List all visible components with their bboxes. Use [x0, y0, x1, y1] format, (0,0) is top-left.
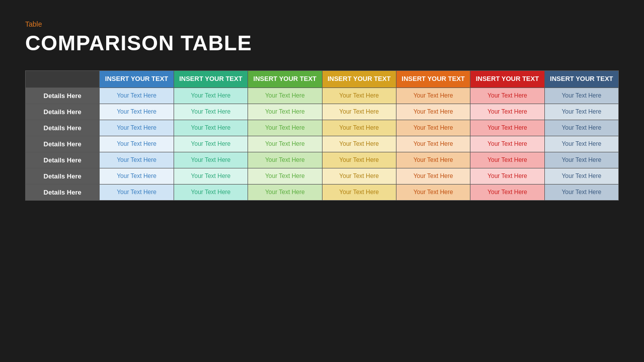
comparison-table: INSERT YOUR TEXTINSERT YOUR TEXTINSERT Y… — [25, 70, 619, 201]
row-4-col6[interactable]: Your Text Here — [470, 152, 544, 168]
row-6-col5[interactable]: Your Text Here — [396, 184, 470, 200]
table-row: Details HereYour Text HereYour Text Here… — [26, 87, 619, 104]
row-0-col4[interactable]: Your Text Here — [322, 87, 396, 104]
row-6-col1[interactable]: Your Text Here — [100, 184, 174, 200]
table-row: Details HereYour Text HereYour Text Here… — [26, 120, 619, 136]
row-4-col3[interactable]: Your Text Here — [248, 152, 322, 168]
row-6-col2[interactable]: Your Text Here — [174, 184, 248, 200]
row-0-col2[interactable]: Your Text Here — [174, 87, 248, 104]
row-1-col4[interactable]: Your Text Here — [322, 104, 396, 120]
row-1-col3[interactable]: Your Text Here — [248, 104, 322, 120]
table-row: Details HereYour Text HereYour Text Here… — [26, 184, 619, 200]
label-tag: Table — [25, 20, 619, 28]
row-2-col5[interactable]: Your Text Here — [396, 120, 470, 136]
header-col2: INSERT YOUR TEXT — [174, 71, 248, 88]
header-col1: INSERT YOUR TEXT — [100, 71, 174, 88]
row-3-col2[interactable]: Your Text Here — [174, 136, 248, 152]
header-col2-text: INSERT YOUR TEXT — [179, 75, 242, 82]
row-4-col7[interactable]: Your Text Here — [544, 152, 618, 168]
row-0-label: Details Here — [26, 87, 100, 104]
row-3-col7[interactable]: Your Text Here — [544, 136, 618, 152]
row-2-col3[interactable]: Your Text Here — [248, 120, 322, 136]
row-2-col4[interactable]: Your Text Here — [322, 120, 396, 136]
row-6-col3[interactable]: Your Text Here — [248, 184, 322, 200]
header-col5: INSERT YOUR TEXT — [396, 71, 470, 88]
row-4-label: Details Here — [26, 152, 100, 168]
row-6-col7[interactable]: Your Text Here — [544, 184, 618, 200]
table-row: Details HereYour Text HereYour Text Here… — [26, 152, 619, 168]
row-2-label: Details Here — [26, 120, 100, 136]
row-1-label: Details Here — [26, 104, 100, 120]
row-0-col5[interactable]: Your Text Here — [396, 87, 470, 104]
row-5-col2[interactable]: Your Text Here — [174, 168, 248, 184]
row-1-col6[interactable]: Your Text Here — [470, 104, 544, 120]
header-col7-text: INSERT YOUR TEXT — [550, 75, 613, 82]
row-0-col3[interactable]: Your Text Here — [248, 87, 322, 104]
header-empty-cell — [26, 71, 100, 88]
row-3-col3[interactable]: Your Text Here — [248, 136, 322, 152]
row-4-col4[interactable]: Your Text Here — [322, 152, 396, 168]
row-5-col5[interactable]: Your Text Here — [396, 168, 470, 184]
row-3-label: Details Here — [26, 136, 100, 152]
row-5-col6[interactable]: Your Text Here — [470, 168, 544, 184]
row-5-col1[interactable]: Your Text Here — [100, 168, 174, 184]
header-col7: INSERT YOUR TEXT — [544, 71, 618, 88]
row-0-col6[interactable]: Your Text Here — [470, 87, 544, 104]
row-5-col3[interactable]: Your Text Here — [248, 168, 322, 184]
row-6-col4[interactable]: Your Text Here — [322, 184, 396, 200]
row-3-col6[interactable]: Your Text Here — [470, 136, 544, 152]
row-4-col5[interactable]: Your Text Here — [396, 152, 470, 168]
header-col3-text: INSERT YOUR TEXT — [254, 75, 316, 82]
header-col4-text: INSERT YOUR TEXT — [328, 75, 390, 82]
row-3-col4[interactable]: Your Text Here — [322, 136, 396, 152]
row-2-col1[interactable]: Your Text Here — [100, 120, 174, 136]
table-container: INSERT YOUR TEXTINSERT YOUR TEXTINSERT Y… — [25, 70, 619, 201]
row-5-label: Details Here — [26, 168, 100, 184]
slide: Table COMPARISON TABLE INSERT YOUR TEXTI… — [0, 0, 644, 362]
header-col6: INSERT YOUR TEXT — [470, 71, 544, 88]
table-row: Details HereYour Text HereYour Text Here… — [26, 168, 619, 184]
table-row: Details HereYour Text HereYour Text Here… — [26, 104, 619, 120]
row-4-col2[interactable]: Your Text Here — [174, 152, 248, 168]
row-1-col5[interactable]: Your Text Here — [396, 104, 470, 120]
row-0-col1[interactable]: Your Text Here — [100, 87, 174, 104]
row-2-col2[interactable]: Your Text Here — [174, 120, 248, 136]
row-3-col1[interactable]: Your Text Here — [100, 136, 174, 152]
row-1-col1[interactable]: Your Text Here — [100, 104, 174, 120]
row-2-col6[interactable]: Your Text Here — [470, 120, 544, 136]
row-6-col6[interactable]: Your Text Here — [470, 184, 544, 200]
main-title: COMPARISON TABLE — [25, 31, 619, 55]
header-col4: INSERT YOUR TEXT — [322, 71, 396, 88]
header-col3: INSERT YOUR TEXT — [248, 71, 322, 88]
row-4-col1[interactable]: Your Text Here — [100, 152, 174, 168]
row-6-label: Details Here — [26, 184, 100, 200]
row-5-col7[interactable]: Your Text Here — [544, 168, 618, 184]
row-2-col7[interactable]: Your Text Here — [544, 120, 618, 136]
row-0-col7[interactable]: Your Text Here — [544, 87, 618, 104]
table-row: Details HereYour Text HereYour Text Here… — [26, 136, 619, 152]
header-col5-text: INSERT YOUR TEXT — [401, 75, 464, 82]
header-col6-text: INSERT YOUR TEXT — [476, 75, 539, 82]
row-5-col4[interactable]: Your Text Here — [322, 168, 396, 184]
header-col1-text: INSERT YOUR TEXT — [105, 75, 168, 82]
row-3-col5[interactable]: Your Text Here — [396, 136, 470, 152]
row-1-col7[interactable]: Your Text Here — [544, 104, 618, 120]
row-1-col2[interactable]: Your Text Here — [174, 104, 248, 120]
